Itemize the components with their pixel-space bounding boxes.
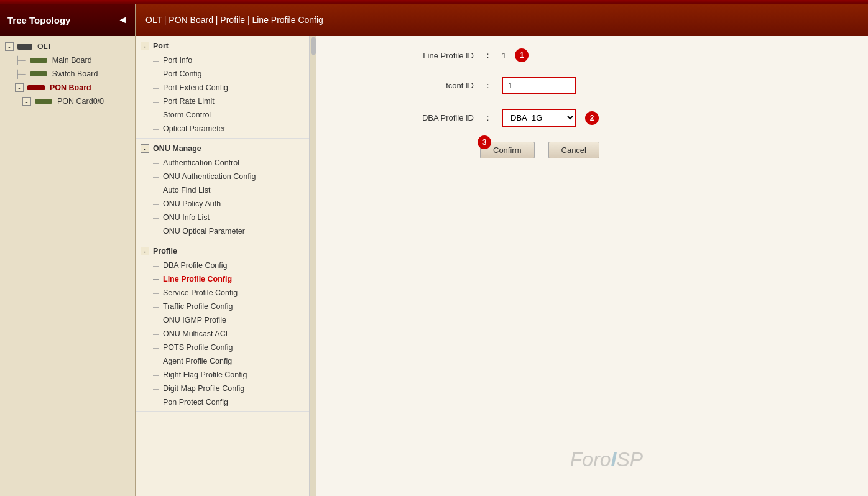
tree-item-pon-card[interactable]: - PON Card0/0: [0, 94, 135, 108]
colon1: ：: [484, 50, 492, 61]
tree-connector: ├─: [15, 56, 26, 65]
tcont-id-input[interactable]: 1: [502, 77, 576, 94]
pon-board-label: PON Board: [50, 83, 91, 92]
switch-board-label: Switch Board: [52, 70, 98, 78]
colon2: ：: [484, 80, 492, 91]
tree-connector: ├─: [15, 70, 26, 78]
main-content: Line Profile ID ： 1 1 tcont ID ： 1 DBA P…: [316, 36, 868, 496]
nav-item-port-rate-limit[interactable]: Port Rate Limit: [136, 94, 309, 108]
watermark: ForoISP: [570, 448, 643, 471]
olt-label: OLT: [37, 42, 52, 51]
sidebar-tree: - OLT ├─ Main Board ├─ Switch Board - PO…: [0, 36, 135, 496]
nav-section-profile: - Profile DBA Profile Config Line Profil…: [136, 244, 309, 412]
sidebar-header: Tree Topology ◄: [0, 4, 135, 36]
nav-item-optical-parameter[interactable]: Optical Parameter: [136, 122, 309, 135]
nav-item-service-profile-config[interactable]: Service Profile Config: [136, 286, 309, 300]
nav-wrapper: - Port Port Info Port Config Port Extend…: [136, 36, 316, 496]
nav-item-onu-multicast-acl[interactable]: ONU Multicast ACL: [136, 327, 309, 341]
expand-pon-card[interactable]: -: [22, 97, 31, 106]
nav-panel: - Port Port Info Port Config Port Extend…: [136, 36, 310, 496]
tree-item-main-board[interactable]: ├─ Main Board: [0, 53, 135, 67]
nav-item-onu-optical-param[interactable]: ONU Optical Parameter: [136, 224, 309, 238]
form-row-tcont-id: tcont ID ： 1: [374, 77, 810, 94]
breadcrumb-bar: OLT | PON Board | Profile | Line Profile…: [136, 4, 868, 36]
expand-port[interactable]: -: [141, 42, 149, 50]
nav-scrollbar[interactable]: [310, 36, 316, 496]
nav-item-dba-profile-config[interactable]: DBA Profile Config: [136, 259, 309, 272]
nav-port-label: Port: [153, 42, 169, 50]
line-profile-id-label: Line Profile ID: [374, 51, 474, 60]
sidebar-title: Tree Topology: [7, 15, 70, 25]
nav-item-pon-protect-config[interactable]: Pon Protect Config: [136, 395, 309, 409]
form-row-dba-profile-id: DBA Profile ID ： DBA_1G DBA_512M DBA_256…: [374, 109, 810, 127]
expand-pon-board[interactable]: -: [15, 83, 24, 92]
right-panel: OLT | PON Board | Profile | Line Profile…: [136, 4, 868, 496]
nav-item-agent-profile-config[interactable]: Agent Profile Config: [136, 354, 309, 368]
nav-item-port-config[interactable]: Port Config: [136, 67, 309, 81]
nav-item-pots-profile-config[interactable]: POTS Profile Config: [136, 341, 309, 354]
nav-item-onu-auth-config[interactable]: ONU Authentication Config: [136, 170, 309, 183]
form-row-line-profile-id: Line Profile ID ： 1 1: [374, 48, 810, 62]
nav-item-line-profile-config[interactable]: Line Profile Config: [136, 272, 309, 286]
nav-item-auth-control[interactable]: Authentication Control: [136, 156, 309, 170]
content-area: - Port Port Info Port Config Port Extend…: [136, 36, 868, 496]
step-badge-2: 2: [585, 111, 599, 125]
tcont-id-label: tcont ID: [374, 81, 474, 90]
nav-item-right-flag-profile-config[interactable]: Right Flag Profile Config: [136, 368, 309, 382]
nav-section-onu-manage-header[interactable]: - ONU Manage: [136, 141, 309, 156]
nav-item-storm-control[interactable]: Storm Control: [136, 108, 309, 122]
expand-onu-manage[interactable]: -: [141, 144, 149, 153]
tree-item-olt[interactable]: - OLT: [0, 40, 135, 53]
nav-item-traffic-profile-config[interactable]: Traffic Profile Config: [136, 300, 309, 313]
sidebar: Tree Topology ◄ - OLT ├─ Main Board ├─ S…: [0, 4, 136, 496]
form-row-buttons: 3 Confirm Cancel: [480, 142, 810, 158]
nav-section-onu-manage: - ONU Manage Authentication Control ONU …: [136, 141, 309, 241]
nav-onu-manage-label: ONU Manage: [153, 144, 201, 153]
watermark-highlight: I: [611, 448, 617, 471]
nav-scrollbar-thumb[interactable]: [311, 37, 316, 55]
nav-section-profile-header[interactable]: - Profile: [136, 244, 309, 259]
watermark-before: Foro: [570, 448, 611, 471]
step-badge-1: 1: [515, 48, 529, 62]
main-board-icon: [30, 58, 47, 63]
nav-item-auto-find-list[interactable]: Auto Find List: [136, 183, 309, 197]
pon-card-icon: [35, 99, 52, 104]
olt-icon: [17, 44, 32, 50]
switch-board-icon: [30, 71, 47, 76]
watermark-after: SP: [616, 448, 643, 471]
dba-profile-id-label: DBA Profile ID: [374, 113, 474, 122]
form-container: Line Profile ID ： 1 1 tcont ID ： 1 DBA P…: [374, 48, 810, 173]
tree-item-switch-board[interactable]: ├─ Switch Board: [0, 67, 135, 81]
confirm-badge-wrapper: 3 Confirm: [480, 142, 535, 158]
expand-profile[interactable]: -: [141, 247, 149, 255]
nav-item-port-info[interactable]: Port Info: [136, 53, 309, 67]
nav-item-port-extend-config[interactable]: Port Extend Config: [136, 81, 309, 94]
dba-profile-id-select[interactable]: DBA_1G DBA_512M DBA_256M DBA_2G: [502, 109, 576, 127]
nav-profile-label: Profile: [153, 247, 177, 255]
sidebar-toggle-icon[interactable]: ◄: [118, 14, 127, 25]
line-profile-id-value: 1: [502, 51, 506, 60]
expand-olt[interactable]: -: [5, 42, 14, 51]
nav-section-port: - Port Port Info Port Config Port Extend…: [136, 39, 309, 139]
cancel-button[interactable]: Cancel: [548, 142, 599, 158]
nav-item-onu-igmp-profile[interactable]: ONU IGMP Profile: [136, 313, 309, 327]
nav-item-onu-info-list[interactable]: ONU Info List: [136, 211, 309, 224]
main-board-label: Main Board: [52, 56, 92, 65]
step-badge-3: 3: [478, 135, 491, 149]
nav-item-onu-policy-auth[interactable]: ONU Policy Auth: [136, 197, 309, 211]
nav-section-port-header[interactable]: - Port: [136, 39, 309, 53]
breadcrumb-text: OLT | PON Board | Profile | Line Profile…: [145, 15, 323, 25]
pon-board-icon: [27, 85, 45, 90]
tree-item-pon-board[interactable]: - PON Board: [0, 81, 135, 94]
pon-card-label: PON Card0/0: [57, 97, 104, 106]
colon3: ：: [484, 113, 492, 124]
nav-item-digit-map-profile-config[interactable]: Digit Map Profile Config: [136, 382, 309, 395]
